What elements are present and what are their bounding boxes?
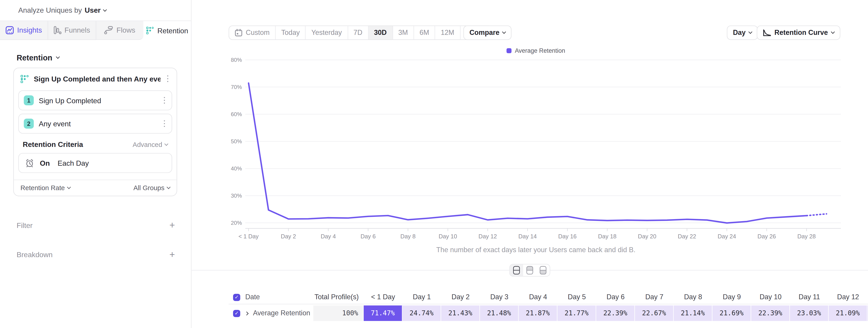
all-groups-dropdown[interactable]: All Groups [133,184,170,192]
retention-section-header[interactable]: Retention [17,53,59,62]
retention-report-app: Analyze Uniques by User InsightsFunnelsF… [0,0,868,328]
chart-only-view-button[interactable] [523,265,536,276]
analyze-uniques-value[interactable]: User [85,6,101,15]
range-segment-30d[interactable]: 30D [368,26,393,39]
criteria-on-value[interactable]: Each Day [58,159,89,167]
segment-label: 3M [398,29,408,36]
cell-total-profiles[interactable]: 100% [313,305,364,321]
analyze-uniques-control[interactable]: Analyze Uniques by User [18,6,106,15]
svg-text:40%: 40% [231,165,242,171]
query-card-title: Sign Up Completed and then Any event [34,75,160,83]
table-header-day-5: Day 5 [557,293,596,301]
table-row[interactable]: ✓Average Retention100%71.47%24.74%21.43%… [228,305,868,321]
cell-day-7[interactable]: 22.67% [635,305,674,321]
cell-day-12[interactable]: 21.09% [829,305,867,321]
table-header-day-4: Day 4 [519,293,557,301]
svg-text:Day 24: Day 24 [718,233,736,240]
cell-day-11[interactable]: 23.03% [790,305,829,321]
compare-button[interactable]: Compare [463,26,512,40]
cell-day-4[interactable]: 21.87% [519,305,557,321]
tab-label: Insights [17,26,42,34]
svg-text:Day 20: Day 20 [638,233,656,240]
query-step-2[interactable]: 2 Any event [18,114,172,134]
retention-rate-label: Retention Rate [21,184,65,192]
add-filter-button[interactable]: + [169,222,175,228]
retention-curve-chart[interactable]: 80%70%60%50%40%30%20%< 1 DayDay 2Day 4Da… [228,53,843,244]
range-segment-7d[interactable]: 7D [348,26,368,39]
table-header-day-9: Day 9 [712,293,751,301]
table-header-day-12: Day 12 [829,293,867,301]
chart-type-dropdown[interactable]: Retention Curve [757,26,840,40]
table-header-day-2: Day 2 [441,293,480,301]
range-segment-today[interactable]: Today [276,26,306,39]
insights-icon [5,26,14,34]
query-step-1[interactable]: 1 Sign Up Completed [18,90,172,110]
tab-insights[interactable]: Insights [0,21,48,40]
svg-text:Day 4: Day 4 [321,233,336,240]
tab-flows[interactable]: Flows [96,21,144,40]
cell-day-10[interactable]: 22.39% [751,305,790,321]
granularity-label: Day [733,29,745,36]
svg-text:20%: 20% [231,220,242,226]
table-only-view-button[interactable] [536,265,550,276]
split-view-button[interactable] [510,265,523,276]
all-groups-label: All Groups [133,184,164,192]
range-segment-custom[interactable]: Custom [229,26,276,39]
granularity-dropdown[interactable]: Day [727,26,758,40]
step-2-menu-button[interactable] [162,118,166,129]
range-segment-yesterday[interactable]: Yesterday [306,26,348,39]
table-only-view-icon [540,266,546,275]
advanced-label: Advanced [133,141,162,148]
retention-dots-icon [21,75,29,83]
chevron-down-icon [56,55,59,59]
table-header-total-profiles: Total Profile(s) [313,293,364,301]
cell-lt-1-day[interactable]: 71.47% [364,305,402,321]
main-content: CustomTodayYesterday7D30D3M6M12MXTD Comp… [191,0,868,328]
query-card-menu-button[interactable] [165,74,170,84]
report-type-tabs: InsightsFunnelsFlowsRetention [0,21,191,40]
select-all-checkbox[interactable]: ✓ [233,294,240,301]
filter-row: Filter + [17,221,175,229]
tab-retention[interactable]: Retention [144,21,191,40]
segment-label: 12M [441,29,454,36]
advanced-dropdown[interactable]: Advanced [133,141,168,148]
segment-label: 30D [374,29,386,36]
chevron-down-icon [502,30,506,34]
cell-day-6[interactable]: 22.39% [596,305,635,321]
cell-day-9[interactable]: 21.69% [712,305,751,321]
retention-criteria-control[interactable]: On Each Day [18,153,172,173]
cell-day-5[interactable]: 21.77% [557,305,596,321]
range-segment-12m[interactable]: 12M [435,26,460,39]
retention-rate-dropdown[interactable]: Retention Rate [21,184,70,192]
svg-text:50%: 50% [231,138,242,144]
svg-text:Day 8: Day 8 [400,233,415,240]
svg-text:Day 28: Day 28 [797,233,815,240]
range-segment-6m[interactable]: 6M [414,26,435,39]
table-header-date: ✓Date [228,293,313,301]
row-checkbox[interactable]: ✓ [233,310,240,317]
cell-day-8[interactable]: 21.14% [674,305,712,321]
view-toggle-group [509,264,550,277]
svg-text:Day 22: Day 22 [678,233,696,240]
query-card-footer: Retention Rate All Groups [14,180,177,196]
cell-day-2[interactable]: 21.43% [441,305,480,321]
segment-label: Today [281,29,300,36]
breakdown-label: Breakdown [17,251,53,259]
chevron-down-icon [748,30,752,34]
analyze-uniques-label: Analyze Uniques by [18,6,82,15]
tab-label: Flows [116,26,135,34]
query-card-header: Sign Up Completed and then Any event [14,68,177,89]
cell-day-3[interactable]: 21.48% [480,305,519,321]
step-1-menu-button[interactable] [162,95,166,106]
tab-funnels[interactable]: Funnels [48,21,96,40]
range-segment-3m[interactable]: 3M [393,26,414,39]
svg-text:Day 14: Day 14 [518,233,537,240]
table-header-day-1: Day 1 [402,293,441,301]
expand-row-button[interactable] [245,312,248,315]
chart-type-label: Retention Curve [774,29,828,36]
cell-day-1[interactable]: 24.74% [402,305,441,321]
add-breakdown-button[interactable]: + [169,252,175,257]
chevron-down-icon [67,185,71,189]
table-header-day-7: Day 7 [635,293,674,301]
chevron-down-icon [831,30,835,34]
